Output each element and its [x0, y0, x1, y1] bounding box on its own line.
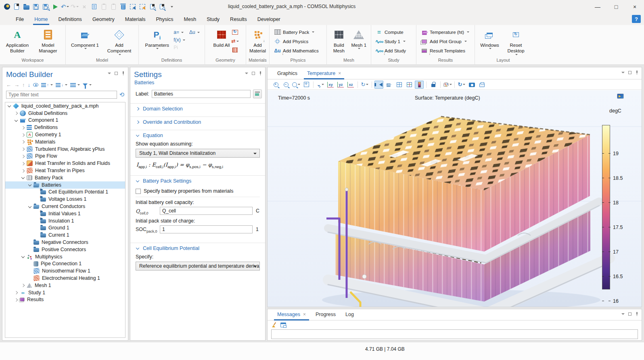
tree-item-battery-pack[interactable]: Battery Pack — [5, 174, 125, 181]
build-mesh-button[interactable]: Build Mesh — [329, 27, 349, 54]
tab-temperature[interactable]: Temperature× — [303, 68, 345, 79]
chevron-right-icon[interactable] — [14, 290, 19, 295]
battery-pack-button[interactable]: Battery Pack — [272, 28, 316, 36]
menu-file[interactable]: File — [10, 14, 29, 25]
tree-item-liquid-cooled-battery-pack-a-mph[interactable]: liquid_cooled_battery_pack_a.mph — [5, 102, 125, 110]
tree-item-initial-values-1[interactable]: Initial Values 1 — [5, 210, 125, 217]
float-panel-icon[interactable] — [628, 71, 631, 74]
chevron-right-icon[interactable] — [21, 283, 26, 288]
reset-desktop-button[interactable]: Reset Desktop — [503, 27, 529, 55]
zoom-in-icon[interactable]: + — [272, 81, 280, 89]
menu-definitions[interactable]: Definitions — [53, 14, 87, 25]
color-legend-icon[interactable] — [415, 81, 424, 89]
result-templates-button[interactable]: Result Templates — [419, 46, 467, 55]
panel-menu-icon[interactable] — [621, 313, 625, 315]
pin-panel-icon[interactable] — [635, 71, 638, 75]
capacity-input[interactable] — [160, 207, 253, 215]
add-mathematics-button[interactable]: ΔuAdd Mathematics — [272, 46, 321, 55]
add-physics-button[interactable]: Add Physics — [272, 37, 310, 46]
tree-item-mesh-1[interactable]: Mesh 1 — [5, 282, 125, 289]
chevron-down-icon[interactable] — [21, 175, 26, 180]
section-domain-selection[interactable]: Domain Selection — [130, 104, 265, 114]
chevron-down-icon[interactable] — [21, 254, 26, 259]
tree-item-multiphysics[interactable]: Multiphysics — [5, 253, 125, 260]
tree-item-positive-connectors[interactable]: Positive Connectors — [5, 246, 125, 253]
plot-group-corner-icon[interactable] — [617, 94, 624, 99]
rotate-icon[interactable]: ↻ — [360, 81, 369, 89]
close-tab-icon[interactable]: × — [303, 312, 306, 317]
cell-equilibrium-dropdown[interactable]: Reference equilibrium potential and temp… — [136, 262, 260, 271]
tree-item-pipe-flow[interactable]: Pipe Flow — [5, 153, 125, 160]
tree-item-nonisothermal-flow-1[interactable]: Nonisothermal Flow 1 — [5, 267, 125, 275]
copy-icon[interactable] — [90, 2, 98, 12]
image-snapshot-icon[interactable] — [467, 81, 476, 89]
tree-item-current-conductors[interactable]: Current Conductors — [5, 203, 125, 210]
functions-button[interactable]: f(x) — [172, 37, 201, 43]
move-up-icon[interactable]: ↑ — [22, 82, 25, 88]
graphics-canvas[interactable]: Time=72000 s Surface: Temperature (degC)… — [268, 90, 642, 307]
chevron-down-icon[interactable] — [7, 103, 12, 108]
filter-input[interactable] — [6, 91, 117, 99]
tree-item-voltage-losses-1[interactable]: Voltage Losses 1 — [5, 196, 125, 203]
select-box-icon[interactable] — [128, 2, 137, 12]
find-log-icon[interactable] — [148, 2, 157, 12]
tree-item-current-1[interactable]: Current 1 — [5, 231, 125, 239]
transparency-icon[interactable] — [374, 81, 383, 89]
chevron-down-icon[interactable] — [27, 204, 33, 209]
move-down-icon[interactable]: ↓ — [28, 82, 31, 88]
float-panel-icon[interactable] — [115, 72, 118, 75]
refresh-icon[interactable]: ⟳ — [119, 91, 125, 98]
chevron-right-icon[interactable] — [21, 154, 26, 159]
windows-button[interactable]: Windows — [477, 27, 502, 49]
tree-item-geometry-1[interactable]: Geometry 1 — [5, 131, 125, 138]
model-manager-button[interactable]: Model Manager — [33, 27, 63, 54]
pin-panel-icon[interactable] — [259, 71, 262, 75]
soc-input[interactable] — [160, 225, 253, 233]
menu-study[interactable]: Study — [201, 14, 225, 25]
tree-item-pipe-connection-1[interactable]: Pipe Connection 1 — [5, 260, 125, 268]
tree-item-results[interactable]: Results — [5, 296, 125, 304]
help-button[interactable]: ? — [632, 15, 641, 23]
study1-button[interactable]: ∿∞Study 1 — [374, 37, 408, 46]
chevron-down-icon[interactable] — [27, 182, 33, 187]
open-file-icon[interactable] — [22, 2, 31, 12]
parameters-button[interactable]: Pi Parameters — [142, 27, 171, 49]
panel-menu-icon[interactable] — [108, 73, 111, 74]
tab-progress[interactable]: Progress — [312, 309, 340, 320]
tab-graphics[interactable]: Graphics — [273, 68, 301, 79]
view-yz-icon[interactable]: yz — [336, 81, 345, 89]
duplicate-icon[interactable] — [109, 2, 118, 12]
delete-icon[interactable] — [119, 2, 128, 12]
maximize-button[interactable]: □ — [607, 0, 625, 13]
add-material-button[interactable]: Add Material — [249, 27, 267, 54]
zoom-out-icon[interactable]: − — [282, 81, 291, 89]
back-icon[interactable]: ← — [6, 82, 11, 88]
menu-physics[interactable]: Physics — [151, 14, 178, 25]
model-tree-nodes-icon[interactable] — [70, 83, 80, 87]
pin-panel-icon[interactable] — [121, 71, 125, 75]
tab-messages[interactable]: Messages× — [273, 309, 310, 320]
application-builder-button[interactable]: A Application Builder — [2, 27, 32, 54]
tree-item-global-definitions[interactable]: Global Definitions — [5, 110, 125, 117]
panel-menu-icon[interactable] — [245, 73, 248, 74]
chevron-right-icon[interactable] — [21, 132, 26, 137]
chevron-right-icon[interactable] — [14, 110, 19, 116]
lock-icon[interactable] — [429, 81, 438, 89]
work-plane-icon[interactable] — [232, 47, 238, 53]
view-xz-icon[interactable]: xz — [346, 81, 355, 89]
scene-light-icon[interactable] — [385, 81, 393, 89]
chevron-right-icon[interactable] — [21, 168, 26, 173]
create-parameter-icon[interactable] — [253, 89, 262, 98]
save-icon[interactable] — [31, 2, 40, 12]
close-tab-icon[interactable]: × — [338, 71, 341, 76]
menu-geometry[interactable]: Geometry — [87, 14, 120, 25]
tree-item-negative-connectors[interactable]: Negative Connectors — [5, 239, 125, 246]
tree-item-insulation-1[interactable]: Insulation 1 — [5, 217, 125, 225]
menu-mesh[interactable]: Mesh — [179, 14, 202, 25]
forward-icon[interactable]: → — [14, 82, 19, 88]
collapse-all-icon[interactable]: ↑ — [41, 83, 53, 87]
section-cell-equilibrium[interactable]: Cell Equilibrium Potential — [130, 243, 265, 253]
undo-icon[interactable]: ↶ — [61, 2, 69, 12]
tree-item-definitions[interactable]: Definitions — [5, 124, 125, 131]
chevron-right-icon[interactable] — [21, 139, 26, 144]
